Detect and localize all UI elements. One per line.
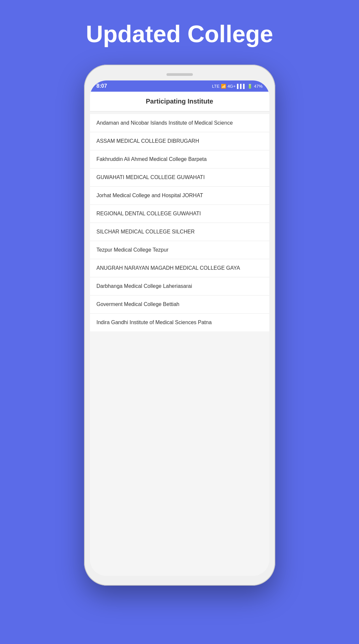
- college-item[interactable]: ASSAM MEDICAL COLLEGE DIBRUGARH: [90, 132, 269, 150]
- college-item[interactable]: Darbhanga Medical College Laheriasarai: [90, 277, 269, 295]
- page-title: Updated College: [64, 20, 295, 48]
- phone-screen: 8:07 LTE 📶 4G+ ▌▌▌ 🔋 47% Participating I…: [90, 80, 269, 576]
- phone-mockup: 8:07 LTE 📶 4G+ ▌▌▌ 🔋 47% Participating I…: [84, 65, 275, 586]
- signal-icon: ▌▌▌: [237, 84, 246, 89]
- college-item[interactable]: ANUGRAH NARAYAN MAGADH MEDICAL COLLEGE G…: [90, 259, 269, 277]
- battery-icon: 🔋: [247, 84, 253, 89]
- phone-speaker: [166, 73, 193, 76]
- screen-header: Participating Institute: [90, 92, 269, 111]
- network-icon: 4G+: [227, 84, 236, 89]
- college-item[interactable]: Fakhruddin Ali Ahmed Medical College Bar…: [90, 150, 269, 169]
- screen-header-title: Participating Institute: [146, 98, 213, 105]
- college-item[interactable]: REGIONAL DENTAL COLLEGE GUWAHATI: [90, 205, 269, 223]
- college-list: Andaman and Nicobar Islands Institute of…: [90, 114, 269, 331]
- battery-percent: 47%: [254, 84, 262, 89]
- college-item[interactable]: Indira Gandhi Institute of Medical Scien…: [90, 314, 269, 331]
- college-item[interactable]: Andaman and Nicobar Islands Institute of…: [90, 114, 269, 132]
- college-item[interactable]: Jorhat Medical College and Hospital JORH…: [90, 187, 269, 205]
- wifi-icon: 📶: [221, 84, 226, 89]
- status-bar: 8:07 LTE 📶 4G+ ▌▌▌ 🔋 47%: [90, 80, 269, 92]
- college-item[interactable]: SILCHAR MEDICAL COLLEGE SILCHER: [90, 223, 269, 241]
- college-item[interactable]: GUWAHATI MEDICAL COLLEGE GUWAHATI: [90, 169, 269, 187]
- screen-content[interactable]: Participating Institute Andaman and Nico…: [90, 92, 269, 576]
- status-time: 8:07: [97, 83, 107, 89]
- lte-icon: LTE: [212, 84, 220, 89]
- college-item[interactable]: Tezpur Medical College Tezpur: [90, 241, 269, 259]
- college-item[interactable]: Goverment Medical College Bettiah: [90, 295, 269, 314]
- status-icons: LTE 📶 4G+ ▌▌▌ 🔋 47%: [212, 84, 263, 89]
